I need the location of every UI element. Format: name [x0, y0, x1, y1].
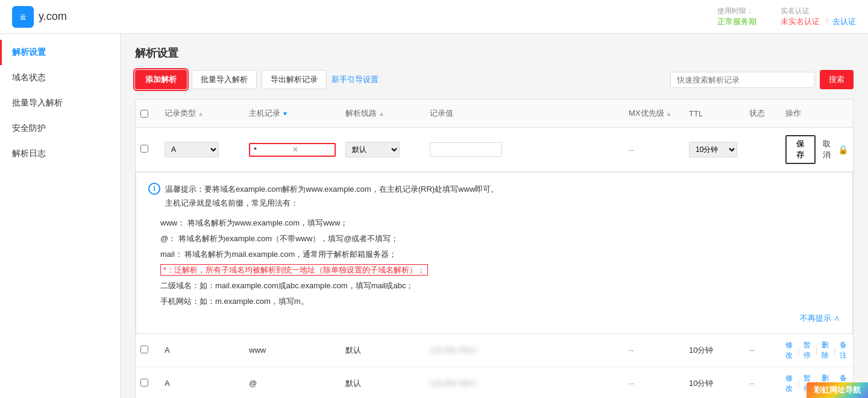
- ttl-select[interactable]: 10分钟 30分钟 1小时: [689, 142, 737, 157]
- host-clear-icon[interactable]: ✕: [292, 145, 298, 154]
- type-select[interactable]: A AAAA CNAME MX TXT: [165, 142, 219, 157]
- header-domain: y.com: [39, 10, 67, 23]
- header-right: 使用时限： 正常服务期 实名认证 未实名认证 ? 去认证: [717, 6, 856, 27]
- logo-icon: 云: [12, 6, 34, 28]
- edit-row-line: 默认 电信 联通: [341, 138, 425, 161]
- edit-row: A AAAA CNAME MX TXT ✕ 默认: [136, 128, 853, 172]
- service-period-value: 正常服务期: [717, 16, 756, 27]
- row1-ttl: 10分钟: [684, 339, 744, 362]
- edit-row-mx-value: --: [629, 145, 634, 154]
- tip-item-mail-text: 将域名解析为mail.example.com，通常用于解析邮箱服务器；: [184, 250, 397, 259]
- th-type: 记录类型 ▲: [160, 104, 244, 122]
- table-row: A @ 默认 123.456.789.0 -- 10分钟 -- 修改 | 暂停 …: [136, 367, 853, 398]
- row1-value: 123.456.789.0: [425, 340, 624, 361]
- row2-sep1: |: [797, 379, 799, 388]
- row1-status: --: [744, 340, 781, 361]
- row2-checkbox-input[interactable]: [140, 379, 148, 387]
- tip-main-text: 温馨提示：要将域名example.com解析为www.example.com，在…: [165, 182, 498, 196]
- row2-type: A: [160, 373, 244, 394]
- row1-mx: --: [624, 340, 684, 361]
- th-line-sort: ▲: [379, 110, 385, 117]
- line-select[interactable]: 默认 电信 联通: [345, 142, 400, 157]
- tip-item-mail-prefix: mail：: [160, 250, 183, 259]
- sidebar-item-dns-settings[interactable]: 解析设置: [0, 40, 120, 65]
- host-input[interactable]: [254, 145, 290, 154]
- toolbar: 添加解析 批量导入解析 导出解析记录 新手引导设置 搜索: [135, 70, 854, 89]
- sidebar-item-batch-import[interactable]: 批量导入解析: [0, 90, 120, 116]
- row1-edit-link[interactable]: 修改: [785, 340, 794, 361]
- row2-status: --: [744, 373, 781, 394]
- batch-import-button[interactable]: 批量导入解析: [192, 70, 257, 89]
- row2-ttl: 10分钟: [684, 372, 744, 395]
- search-input[interactable]: [670, 72, 815, 88]
- tip-footer: 不再提示 ∧: [148, 309, 840, 324]
- row2-checkbox: [136, 373, 160, 394]
- th-line: 解析线路 ▲: [341, 104, 425, 122]
- sidebar-item-dns-log-label: 解析日志: [12, 148, 46, 159]
- edit-row-ttl: 10分钟 30分钟 1小时: [684, 138, 744, 161]
- edit-row-checkbox-input[interactable]: [140, 145, 148, 153]
- sidebar-item-domain-status[interactable]: 域名状态: [0, 65, 120, 90]
- record-value-input[interactable]: [430, 142, 502, 157]
- header-logo: 云 y.com: [12, 6, 67, 28]
- add-dns-button[interactable]: 添加解析: [135, 70, 187, 89]
- real-name-value: 未实名认证: [781, 16, 820, 27]
- tip-item-mobile: 手机网站：如：m.example.com，填写m。: [148, 294, 840, 309]
- sidebar-item-domain-status-label: 域名状态: [12, 72, 46, 83]
- select-all-checkbox[interactable]: [140, 110, 148, 118]
- th-type-label: 记录类型: [165, 108, 196, 119]
- tip-item-mobile-text: 手机网站：如：m.example.com，填写m。: [160, 297, 309, 306]
- tip-item-wildcard-highlight: *：泛解析，所有子域名均被解析到统一地址（除单独设置的子域名解析）；: [160, 264, 428, 276]
- tip-sub-text: 主机记录就是域名前缀，常见用法有：: [165, 196, 498, 210]
- th-host-sort: ▼: [282, 110, 288, 117]
- row1-sep1: |: [797, 346, 799, 355]
- service-period-block: 使用时限： 正常服务期: [717, 6, 756, 27]
- table-header-row: 记录类型 ▲ 主机记录 ▼ 解析线路 ▲ 记录值 MX优先级 ▲: [136, 100, 853, 128]
- sidebar-item-dns-settings-label: 解析设置: [12, 47, 46, 58]
- row1-checkbox-input[interactable]: [140, 346, 148, 353]
- real-name-action[interactable]: 去认证: [832, 16, 856, 27]
- main-content: 解析设置 添加解析 批量导入解析 导出解析记录 新手引导设置 搜索 记录类型 ▲: [121, 34, 868, 398]
- cancel-button[interactable]: 取消: [819, 139, 835, 160]
- th-mx-sort: ▲: [666, 110, 672, 117]
- collapse-button[interactable]: 不再提示 ∧: [800, 314, 840, 323]
- tip-item-wildcard: *：泛解析，所有子域名均被解析到统一地址（除单独设置的子域名解析）；: [148, 262, 840, 278]
- export-button[interactable]: 导出解析记录: [262, 70, 327, 89]
- tip-item-www-text: 将域名解析为www.example.com，填写www；: [187, 218, 348, 227]
- th-type-sort: ▲: [198, 110, 204, 117]
- row1-type: A: [160, 340, 244, 361]
- edit-row-mx: --: [624, 142, 684, 158]
- sidebar-item-security[interactable]: 安全防护: [0, 116, 120, 141]
- row1-delete-link[interactable]: 删除: [822, 340, 830, 361]
- th-line-label: 解析线路: [345, 108, 377, 119]
- row1-note-link[interactable]: 备注: [840, 340, 848, 361]
- tip-item-at-text: 将域名解析为example.com（不带www），填写@或者不填写；: [178, 234, 399, 243]
- tip-box: i 温馨提示：要将域名example.com解析为www.example.com…: [136, 172, 853, 334]
- save-button[interactable]: 保存: [785, 135, 816, 164]
- row1-host: www: [244, 340, 341, 361]
- row2-mx: --: [624, 373, 684, 394]
- th-checkbox: [136, 104, 160, 122]
- th-value-label: 记录值: [430, 108, 453, 119]
- th-host[interactable]: 主机记录 ▼: [244, 104, 341, 122]
- row2-edit-link[interactable]: 修改: [785, 373, 794, 394]
- edit-row-host: ✕: [244, 139, 341, 160]
- th-ttl-label: TTL: [689, 109, 703, 118]
- guide-button[interactable]: 新手引导设置: [332, 74, 379, 85]
- search-button[interactable]: 搜索: [820, 70, 854, 89]
- th-action: 操作: [781, 104, 853, 122]
- real-name-label: 实名认证: [781, 6, 810, 16]
- tip-item-mail: mail： 将域名解析为mail.example.com，通常用于解析邮箱服务器…: [148, 247, 840, 262]
- layout: 解析设置 域名状态 批量导入解析 安全防护 解析日志 解析设置 添加解析 批量导…: [0, 34, 868, 398]
- row1-action-links: 修改 | 暂停 | 删除 | 备注: [785, 340, 848, 361]
- row1-actions: 修改 | 暂停 | 删除 | 备注: [781, 334, 853, 367]
- row1-pause-link[interactable]: 暂停: [804, 340, 812, 361]
- tip-item-subdomain-text: 二级域名：如：mail.example.com或abc.example.com，…: [160, 281, 414, 290]
- sidebar-item-dns-log[interactable]: 解析日志: [0, 141, 120, 166]
- lock-icon[interactable]: 🔒: [838, 145, 848, 154]
- tip-item-www: www： 将域名解析为www.example.com，填写www；: [148, 215, 840, 231]
- svg-text:云: 云: [20, 14, 26, 21]
- tip-item-subdomain: 二级域名：如：mail.example.com或abc.example.com，…: [148, 278, 840, 294]
- th-action-label: 操作: [785, 108, 801, 119]
- service-period-label: 使用时限：: [717, 6, 753, 16]
